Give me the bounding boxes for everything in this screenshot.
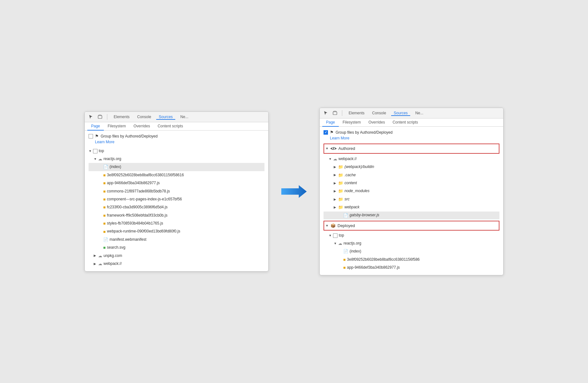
tree-item[interactable]: ▶ 📁 node_modules — [324, 187, 499, 195]
tab-sources-left[interactable]: Sources — [156, 115, 175, 120]
layers-icon[interactable] — [97, 114, 103, 120]
folder-icon: 📁 — [338, 204, 343, 211]
tree-item[interactable]: ■ component---src-pages-index-js-e1c657b… — [89, 195, 264, 203]
arrow-down-icon: ▼ — [89, 148, 92, 154]
tree-item[interactable]: ■ fc233f00-cba3d9005c3896f6d5d4.js — [89, 203, 264, 211]
tab-sources-right[interactable]: Sources — [391, 111, 410, 116]
file-icon-yellow: ■ — [103, 220, 106, 227]
item-label: unpkg.com — [104, 252, 122, 259]
learn-more-left[interactable]: Learn More — [95, 140, 264, 144]
tree-item[interactable]: ▼ ☁ webpack:// — [324, 155, 499, 163]
file-icon-yellow: ■ — [103, 196, 106, 203]
tab-console-left[interactable]: Console — [135, 115, 154, 120]
arrow-right-icon: ▶ — [334, 180, 337, 186]
file-icon-light: 📄 — [343, 212, 348, 219]
tree-item[interactable]: ▶ 📁 src — [324, 195, 499, 203]
spacer — [99, 212, 102, 218]
item-label: reactjs.org — [104, 156, 121, 163]
file-icon-yellow: ■ — [103, 212, 106, 219]
file-icon-yellow: ■ — [343, 264, 346, 271]
tree-item[interactable]: ▶ 📁 content — [324, 179, 499, 187]
svg-rect-0 — [98, 116, 102, 118]
spacer — [339, 249, 342, 254]
item-label: top — [339, 232, 344, 239]
tree-item[interactable]: ■ commons-21f8977ade868b5bdb78.js — [89, 187, 264, 195]
arrow-down-icon: ▼ — [334, 241, 337, 246]
tree-item[interactable]: ▶ ☁ unpkg.com — [89, 252, 264, 260]
folder-icon: 📁 — [338, 187, 343, 195]
subtab-filesystem-left[interactable]: Filesystem — [104, 122, 130, 131]
cloud-icon: ☁ — [98, 260, 102, 267]
group-label-left: Group files by Authored/Deployed — [101, 134, 157, 138]
tree-item[interactable]: ▼ top — [89, 147, 264, 155]
subtab-page-right[interactable]: Page — [322, 118, 339, 127]
subtab-overrides-right[interactable]: Overrides — [364, 118, 389, 127]
tree-item[interactable]: ■ framework-ff9c508ebfda0f33cb0b.js — [89, 212, 264, 219]
tree-item[interactable]: ■ 3e8f09252b6028beb8baf8cc63801156f58616 — [89, 171, 264, 179]
folder-icon: 📁 — [338, 163, 343, 171]
arrow-down-icon: ▼ — [329, 233, 332, 239]
tree-item[interactable]: ■ search.svg — [89, 244, 264, 252]
tab-network-right[interactable]: Ne... — [413, 111, 426, 116]
code-icon: </> — [331, 145, 337, 152]
tree-item[interactable]: 📄 (index) — [324, 247, 499, 255]
cloud-icon: ☁ — [98, 155, 102, 163]
item-label: webpack — [344, 204, 359, 211]
tree-item[interactable]: ■ 3e8f09252b6028beb8baf8cc63801156f586 — [324, 256, 499, 264]
subtab-page-left[interactable]: Page — [87, 122, 104, 131]
arrow-down-icon: ▼ — [94, 156, 97, 162]
tree-item[interactable]: ■ styles-fb708593b484b04b1765.js — [89, 219, 264, 227]
tree-item[interactable]: ▼ ☁ reactjs.org — [89, 155, 264, 163]
item-label: webpack:// — [338, 156, 357, 163]
arrow-right-icon: ▶ — [334, 172, 337, 178]
subtab-content-scripts-left[interactable]: Content scripts — [154, 122, 187, 131]
arrow-right-icon: ▶ — [334, 197, 337, 202]
tree-item[interactable]: ■ app-9466def3ba340b862977.js — [89, 179, 264, 187]
tree-item[interactable]: 📄 gatsby-browser.js — [324, 212, 499, 219]
item-label: app-9466def3ba340b862977.js — [347, 264, 400, 271]
deployed-section-header: ▼ 📦 Deployed — [324, 221, 499, 231]
tab-elements-left[interactable]: Elements — [111, 115, 132, 120]
box-icon: 📦 — [331, 222, 336, 229]
right-tree: ▼ </> Authored ▼ ☁ webpack:// ▶ 📁 (webpa… — [324, 144, 499, 272]
cloud-icon: ☁ — [333, 155, 337, 163]
tree-item[interactable]: 📄 manifest.webmanifest — [89, 236, 264, 244]
subtab-content-scripts-right[interactable]: Content scripts — [389, 118, 422, 127]
subtab-overrides-left[interactable]: Overrides — [130, 122, 154, 131]
tab-network-left[interactable]: Ne... — [178, 115, 191, 120]
tree-item[interactable]: ▶ 📁 webpack — [324, 203, 499, 211]
item-label: webpack-runtime-090f00ed13bd69fd80f0.js — [107, 228, 180, 235]
arrow-right-icon: ▶ — [334, 164, 337, 170]
subtab-filesystem-right[interactable]: Filesystem — [339, 118, 364, 127]
cursor-icon-right[interactable] — [323, 110, 329, 116]
item-label: manifest.webmanifest — [110, 236, 146, 243]
file-icon-gray: 📄 — [103, 236, 108, 243]
tree-item[interactable]: 📄 (index) — [89, 163, 264, 171]
item-label: (index) — [110, 164, 121, 171]
tab-elements-right[interactable]: Elements — [346, 111, 367, 116]
tree-item[interactable]: ▼ ☁ reactjs.org — [324, 239, 499, 247]
arrow-down-authored: ▼ — [325, 146, 329, 151]
tab-console-right[interactable]: Console — [370, 111, 389, 116]
tree-item[interactable]: ▼ top — [324, 232, 499, 239]
file-icon-yellow: ■ — [103, 179, 106, 187]
spacer — [99, 237, 102, 243]
item-label: content — [344, 180, 357, 187]
item-label: gatsby-browser.js — [350, 212, 379, 219]
group-checkbox-right[interactable] — [324, 130, 328, 135]
authored-label: Authored — [338, 145, 355, 152]
tree-item[interactable]: ▶ ☁ webpack:// — [89, 260, 264, 268]
item-label: search.svg — [107, 244, 125, 251]
group-checkbox-left[interactable] — [89, 134, 93, 138]
spacer — [99, 229, 102, 234]
layers-icon-right[interactable] — [332, 110, 338, 116]
tree-item[interactable]: ■ webpack-runtime-090f00ed13bd69fd80f0.j… — [89, 228, 264, 236]
learn-more-right[interactable]: Learn More — [330, 136, 499, 140]
right-panel-content: ⚑ Group files by Authored/Deployed Learn… — [320, 127, 503, 275]
tree-item[interactable]: ■ app-9466def3ba340b862977.js — [324, 264, 499, 272]
cursor-icon[interactable] — [88, 114, 94, 120]
tree-item[interactable]: ▶ 📁 (webpack)/buildin — [324, 163, 499, 171]
tree-item[interactable]: ▶ 📁 .cache — [324, 171, 499, 179]
file-icon-yellow: ■ — [343, 256, 346, 263]
file-icon-yellow: ■ — [103, 228, 106, 235]
